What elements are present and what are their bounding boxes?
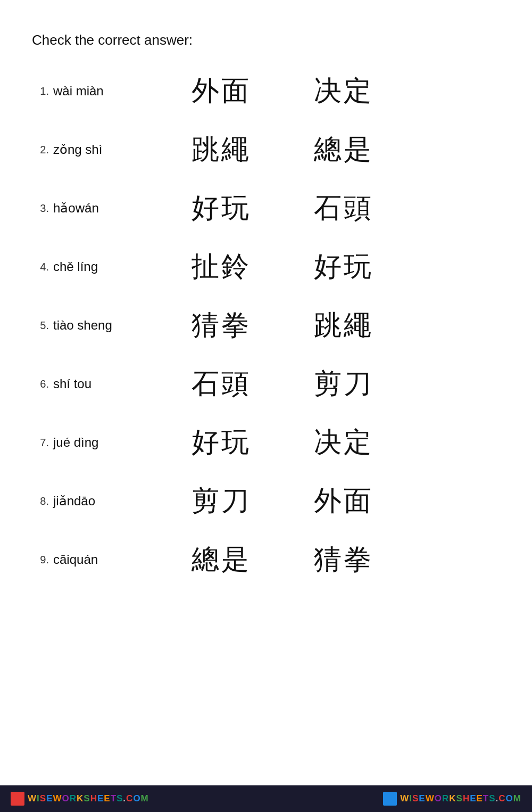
item-pinyin-8: jiǎndāo [53, 494, 170, 508]
item-choices-8: 剪刀 外面 [170, 482, 500, 520]
list-item: 7. jué dìng 好玩 决定 [32, 421, 500, 464]
instruction-text: Check the correct answer: [32, 32, 500, 48]
choice-b-9[interactable]: 猜拳 [314, 541, 394, 578]
choice-b-5[interactable]: 跳繩 [314, 307, 394, 344]
choice-b-3[interactable]: 石頭 [314, 190, 394, 227]
choice-a-3[interactable]: 好玩 [192, 190, 271, 227]
choice-b-8[interactable]: 外面 [314, 482, 394, 520]
choice-a-1[interactable]: 外面 [192, 72, 271, 110]
list-item: 2. zǒng shì 跳繩 總是 [32, 128, 500, 171]
list-item: 6. shí tou 石頭 剪刀 [32, 363, 500, 405]
item-number-3: 3. [32, 202, 53, 215]
list-item: 3. hǎowán 好玩 石頭 [32, 187, 500, 229]
list-item: 4. chě líng 扯鈴 好玩 [32, 245, 500, 288]
choice-a-8[interactable]: 剪刀 [192, 482, 271, 520]
item-choices-5: 猜拳 跳繩 [170, 307, 500, 344]
items-list: 1. wài miàn 外面 决定 2. zǒng shì 跳繩 總是 3. h… [32, 70, 500, 581]
choice-a-7[interactable]: 好玩 [192, 424, 271, 461]
item-number-1: 1. [32, 85, 53, 97]
item-pinyin-7: jué dìng [53, 435, 170, 450]
item-choices-2: 跳繩 總是 [170, 131, 500, 168]
choice-a-6[interactable]: 石頭 [192, 365, 271, 403]
item-pinyin-6: shí tou [53, 376, 170, 391]
footer: WISEWORKSHEETS.COM WISEWORKSHEETS.COM [0, 785, 532, 812]
footer-right-text: WISEWORKSHEETS.COM [400, 793, 521, 804]
choice-b-7[interactable]: 决定 [314, 424, 394, 461]
choice-b-2[interactable]: 總是 [314, 131, 394, 168]
footer-icon-right [383, 792, 397, 806]
list-item: 9. cāiquán 總是 猜拳 [32, 538, 500, 581]
choice-a-4[interactable]: 扯鈴 [192, 248, 271, 285]
item-number-6: 6. [32, 378, 53, 390]
page-container: Check the correct answer: 1. wài miàn 外面… [0, 0, 532, 639]
footer-logo-left: WISEWORKSHEETS.COM [11, 792, 149, 806]
item-pinyin-5: tiào sheng [53, 318, 170, 333]
item-pinyin-1: wài miàn [53, 84, 170, 99]
choice-b-4[interactable]: 好玩 [314, 248, 394, 285]
item-number-5: 5. [32, 319, 53, 332]
item-choices-1: 外面 决定 [170, 72, 500, 110]
item-pinyin-9: cāiquán [53, 552, 170, 567]
choice-b-6[interactable]: 剪刀 [314, 365, 394, 403]
item-pinyin-2: zǒng shì [53, 142, 170, 157]
item-number-4: 4. [32, 261, 53, 273]
list-item: 1. wài miàn 外面 决定 [32, 70, 500, 112]
item-number-7: 7. [32, 437, 53, 449]
footer-left-text: WISEWORKSHEETS.COM [28, 793, 149, 804]
list-item: 8. jiǎndāo 剪刀 外面 [32, 480, 500, 522]
choice-a-2[interactable]: 跳繩 [192, 131, 271, 168]
item-pinyin-4: chě líng [53, 259, 170, 274]
item-choices-7: 好玩 决定 [170, 424, 500, 461]
choice-a-5[interactable]: 猜拳 [192, 307, 271, 344]
item-choices-9: 總是 猜拳 [170, 541, 500, 578]
item-pinyin-3: hǎowán [53, 201, 170, 216]
footer-logo-right: WISEWORKSHEETS.COM [383, 792, 521, 806]
item-choices-4: 扯鈴 好玩 [170, 248, 500, 285]
item-number-2: 2. [32, 144, 53, 156]
footer-icon-left [11, 792, 24, 806]
item-choices-6: 石頭 剪刀 [170, 365, 500, 403]
choice-a-9[interactable]: 總是 [192, 541, 271, 578]
list-item: 5. tiào sheng 猜拳 跳繩 [32, 304, 500, 347]
choice-b-1[interactable]: 决定 [314, 72, 394, 110]
item-number-9: 9. [32, 554, 53, 566]
item-number-8: 8. [32, 495, 53, 507]
item-choices-3: 好玩 石頭 [170, 190, 500, 227]
